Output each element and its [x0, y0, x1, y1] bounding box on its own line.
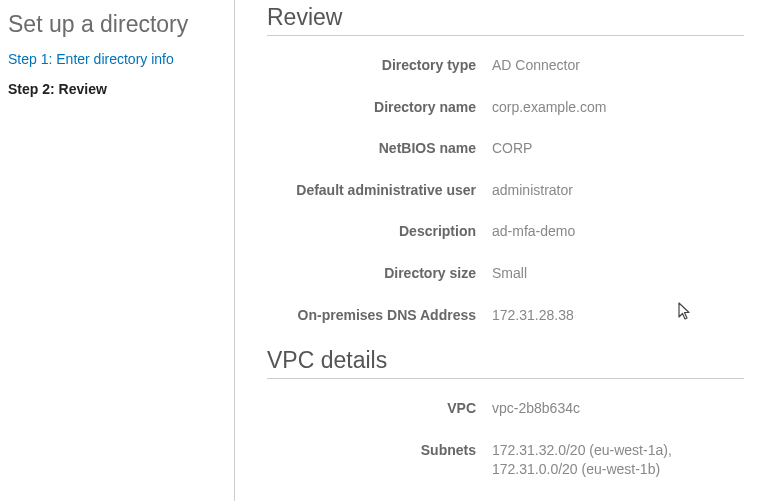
- wizard-sidebar: Set up a directory Step 1: Enter directo…: [0, 0, 235, 501]
- review-row-directory-type: Directory type AD Connector: [267, 56, 744, 76]
- vpc-list: VPC vpc-2b8b634c Subnets 172.31.32.0/20 …: [267, 399, 744, 480]
- review-row-description: Description ad-mfa-demo: [267, 222, 744, 242]
- review-row-admin-user: Default administrative user administrato…: [267, 181, 744, 201]
- review-label: NetBIOS name: [267, 140, 492, 156]
- wizard-step-2[interactable]: Step 2: Review: [8, 81, 222, 97]
- review-label: Directory type: [267, 57, 492, 73]
- review-row-directory-name: Directory name corp.example.com: [267, 98, 744, 118]
- review-label: On-premises DNS Address: [267, 307, 492, 323]
- sidebar-title: Set up a directory: [8, 10, 222, 39]
- wizard-step-1[interactable]: Step 1: Enter directory info: [8, 51, 222, 67]
- wizard-step-label: Step 1: Enter directory info: [8, 51, 174, 67]
- review-section: Review Directory type AD Connector Direc…: [267, 4, 744, 325]
- review-label: VPC: [267, 400, 492, 416]
- review-label: Directory name: [267, 99, 492, 115]
- review-value: corp.example.com: [492, 98, 744, 118]
- review-row-netbios-name: NetBIOS name CORP: [267, 139, 744, 159]
- review-label: Subnets: [267, 442, 492, 458]
- wizard-step-label: Step 2: Review: [8, 81, 107, 97]
- review-value: CORP: [492, 139, 744, 159]
- main-content: Review Directory type AD Connector Direc…: [235, 0, 768, 501]
- review-value: vpc-2b8b634c: [492, 399, 744, 419]
- section-divider: [267, 35, 744, 36]
- review-value: 172.31.32.0/20 (eu-west-1a), 172.31.0.0/…: [492, 441, 744, 480]
- review-row-vpc: VPC vpc-2b8b634c: [267, 399, 744, 419]
- review-label: Directory size: [267, 265, 492, 281]
- review-row-subnets: Subnets 172.31.32.0/20 (eu-west-1a), 172…: [267, 441, 744, 480]
- review-value: Small: [492, 264, 744, 284]
- review-list: Directory type AD Connector Directory na…: [267, 56, 744, 325]
- section-title-vpc: VPC details: [267, 347, 744, 374]
- section-title-review: Review: [267, 4, 744, 31]
- review-row-dns-address: On-premises DNS Address 172.31.28.38: [267, 306, 744, 326]
- review-row-directory-size: Directory size Small: [267, 264, 744, 284]
- vpc-section: VPC details VPC vpc-2b8b634c Subnets 172…: [267, 347, 744, 480]
- review-label: Default administrative user: [267, 182, 492, 198]
- review-value: administrator: [492, 181, 744, 201]
- review-value: ad-mfa-demo: [492, 222, 744, 242]
- review-value: 172.31.28.38: [492, 306, 744, 326]
- review-value: AD Connector: [492, 56, 744, 76]
- section-divider: [267, 378, 744, 379]
- review-label: Description: [267, 223, 492, 239]
